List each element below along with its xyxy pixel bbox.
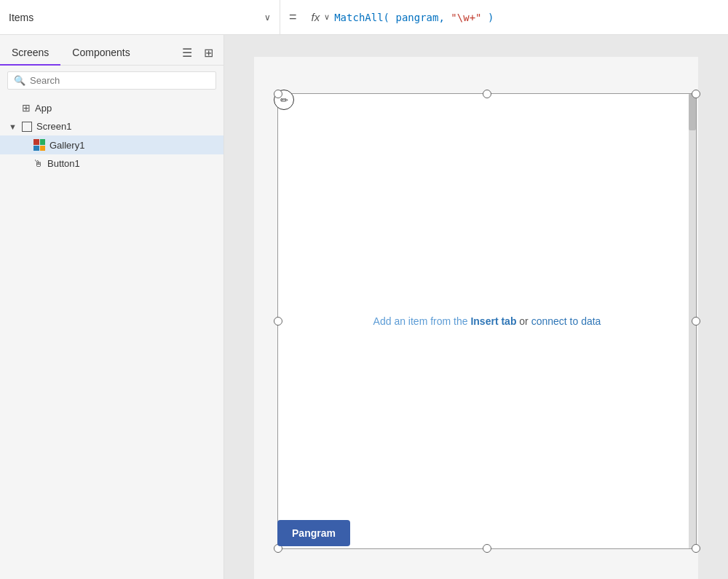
handle-top-left[interactable] <box>274 90 282 98</box>
tree-area: ⊞ App ▼ Screen1 Gallery1 🖱 <box>0 95 223 579</box>
fx-label: fx <box>312 11 320 23</box>
top-bar: Items ∨ = fx ∨ MatchAll( pangram, "\w+" … <box>0 0 728 35</box>
tree-item-screen1[interactable]: ▼ Screen1 <box>0 117 223 135</box>
tree-item-button1[interactable]: 🖱 Button1 <box>0 154 223 173</box>
insert-tab-text: Insert tab <box>470 315 516 327</box>
sidebar-tabs: Screens Components ☰ ⊞ <box>0 35 223 66</box>
formula-bar: fx ∨ MatchAll( pangram, "\w+" ) <box>306 11 728 23</box>
formula-expression[interactable]: MatchAll( pangram, "\w+" ) <box>334 12 494 23</box>
canvas-screen: ✏ Add an item from the Insert tab or con… <box>254 57 698 579</box>
tree-label-button1: Button1 <box>47 158 80 169</box>
screen1-expand-icon: ▼ <box>9 122 17 131</box>
items-dropdown[interactable]: Items ∨ <box>0 0 280 34</box>
canvas-area[interactable]: ✏ Add an item from the Insert tab or con… <box>224 35 728 579</box>
tree-item-app[interactable]: ⊞ App <box>0 98 223 117</box>
tree-label-app: App <box>35 103 52 114</box>
tab-components[interactable]: Components <box>60 41 141 66</box>
app-icon: ⊞ <box>22 102 31 114</box>
gallery-content: Add an item from the Insert tab or conne… <box>278 94 696 548</box>
search-icon: 🔍 <box>14 75 25 86</box>
gallery-placeholder-text: Add an item from the Insert tab or conne… <box>373 315 601 327</box>
search-bar: 🔍 <box>7 71 216 90</box>
dropdown-arrow-icon: ∨ <box>264 12 271 23</box>
items-dropdown-label: Items <box>9 12 33 23</box>
tab-screens[interactable]: Screens <box>0 41 60 66</box>
formula-string: "\w+" <box>451 12 481 23</box>
pangram-button[interactable]: Pangram <box>277 520 350 546</box>
handle-bottom-right[interactable] <box>692 544 700 553</box>
list-view-icon[interactable]: ☰ <box>179 44 195 61</box>
handle-mid-left[interactable] <box>274 317 282 326</box>
tree-label-screen1: Screen1 <box>36 121 71 132</box>
handle-top-center[interactable] <box>483 90 491 98</box>
screen-icon <box>22 122 32 132</box>
grid-view-icon[interactable]: ⊞ <box>201 44 216 61</box>
sidebar-tab-icons: ☰ ⊞ <box>179 44 223 61</box>
equals-sign: = <box>280 9 306 25</box>
main-content: Screens Components ☰ ⊞ 🔍 ⊞ App ▼ Screen1 <box>0 35 728 579</box>
gallery-selection[interactable]: ✏ Add an item from the Insert tab or con… <box>277 93 697 549</box>
search-input[interactable] <box>30 75 210 86</box>
fx-chevron-icon: ∨ <box>324 12 330 22</box>
gallery-icon <box>33 139 45 151</box>
sidebar: Screens Components ☰ ⊞ 🔍 ⊞ App ▼ Screen1 <box>0 35 224 579</box>
tree-item-gallery1[interactable]: Gallery1 <box>0 135 223 154</box>
tree-label-gallery1: Gallery1 <box>50 140 84 151</box>
gallery-placeholder: Add an item from the Insert tab or conne… <box>373 315 601 327</box>
scrollbar-thumb[interactable] <box>689 94 696 130</box>
handle-bottom-center[interactable] <box>483 544 491 553</box>
or-text: or <box>519 315 528 327</box>
handle-top-right[interactable] <box>692 90 700 98</box>
handle-mid-right[interactable] <box>692 317 700 326</box>
connect-data-text: connect to data <box>531 315 601 327</box>
button-icon: 🖱 <box>33 158 43 169</box>
